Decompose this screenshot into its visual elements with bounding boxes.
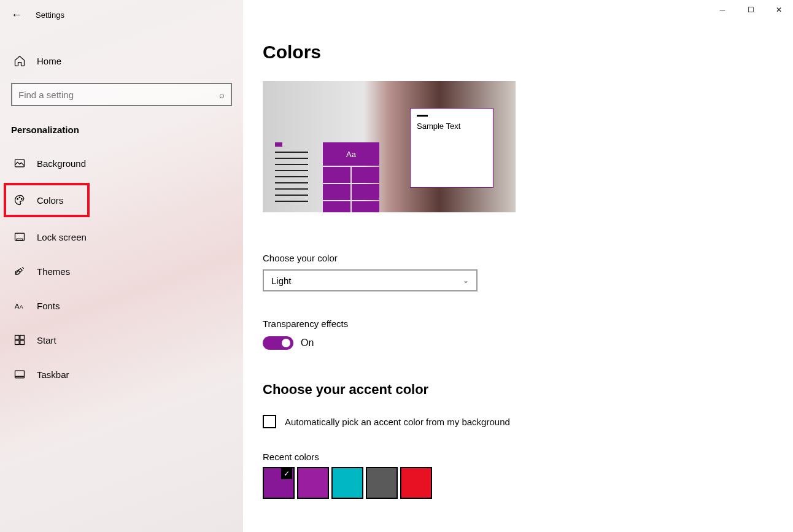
search-icon: ⌕ <box>219 90 225 100</box>
svg-point-2 <box>19 197 20 198</box>
main-content: ─ ☐ ✕ Colors Aa Sample Text Choose your … <box>243 0 793 532</box>
search-input-wrapper[interactable]: ⌕ <box>11 83 232 106</box>
svg-rect-5 <box>17 239 23 241</box>
themes-icon <box>14 265 26 277</box>
checkbox-box <box>263 415 276 428</box>
transparency-toggle[interactable] <box>263 336 293 350</box>
svg-point-1 <box>17 199 18 200</box>
preview-taskbar <box>263 212 516 223</box>
dropdown-value: Light <box>271 276 292 286</box>
color-swatch[interactable] <box>263 467 295 499</box>
start-icon <box>14 334 26 346</box>
sidebar-item-label: Lock screen <box>37 232 87 242</box>
window-controls: ─ ☐ ✕ <box>708 0 793 20</box>
sidebar-item-label: Themes <box>37 266 70 277</box>
transparency-label: Transparency effects <box>263 318 793 329</box>
color-swatch[interactable] <box>400 467 432 499</box>
picture-icon <box>14 157 26 169</box>
toggle-state: On <box>301 337 314 349</box>
search-input[interactable] <box>18 90 219 100</box>
home-label: Home <box>37 56 61 66</box>
theme-preview: Aa Sample Text <box>263 81 516 223</box>
fonts-icon: AA <box>14 299 26 312</box>
sidebar-item-start[interactable]: Start <box>0 325 243 355</box>
choose-color-label: Choose your color <box>263 253 793 263</box>
home-icon <box>14 55 26 67</box>
minimize-button[interactable]: ─ <box>708 0 737 20</box>
sidebar-item-lockscreen[interactable]: Lock screen <box>0 222 243 252</box>
taskbar-icon <box>14 368 26 380</box>
close-button[interactable]: ✕ <box>765 0 793 20</box>
page-title: Colors <box>263 42 793 63</box>
sidebar-item-label: Background <box>37 158 86 169</box>
home-link[interactable]: Home <box>0 45 243 77</box>
svg-text:A: A <box>20 304 23 310</box>
svg-point-3 <box>21 199 23 200</box>
back-arrow-icon[interactable]: ← <box>11 9 22 21</box>
sidebar-item-label: Colors <box>37 195 63 206</box>
preview-menu-lines <box>275 142 308 207</box>
section-label: Personalization <box>0 106 243 144</box>
svg-rect-9 <box>20 336 25 340</box>
sidebar: ← Settings Home ⌕ Personalization Backgr… <box>0 0 243 532</box>
preview-tile-big: Aa <box>323 142 379 166</box>
lockscreen-icon <box>14 231 26 243</box>
sidebar-item-label: Taskbar <box>37 369 69 380</box>
svg-rect-10 <box>15 341 20 345</box>
sample-text: Sample Text <box>417 121 460 131</box>
svg-rect-8 <box>15 336 20 340</box>
maximize-button[interactable]: ☐ <box>737 0 765 20</box>
palette-icon <box>14 194 26 206</box>
svg-text:A: A <box>15 302 20 310</box>
sidebar-item-label: Fonts <box>37 301 60 311</box>
auto-pick-checkbox[interactable]: Automatically pick an accent color from … <box>263 415 793 428</box>
svg-rect-11 <box>20 341 25 345</box>
recent-colors-row <box>263 467 793 499</box>
preview-sample-window: Sample Text <box>410 108 493 188</box>
accent-section-title: Choose your accent color <box>263 382 793 398</box>
svg-rect-12 <box>15 371 25 378</box>
app-title: Settings <box>36 10 64 20</box>
sidebar-item-colors[interactable]: Colors <box>4 183 90 217</box>
sidebar-item-taskbar[interactable]: Taskbar <box>0 360 243 389</box>
color-swatch[interactable] <box>331 467 363 499</box>
sidebar-item-label: Start <box>37 335 56 345</box>
color-swatch[interactable] <box>297 467 329 499</box>
recent-colors-label: Recent colors <box>263 452 793 462</box>
preview-tiles: Aa <box>323 142 379 217</box>
sidebar-item-fonts[interactable]: AA Fonts <box>0 291 243 320</box>
chevron-down-icon: ⌄ <box>463 276 469 285</box>
sidebar-item-themes[interactable]: Themes <box>0 256 243 286</box>
auto-pick-label: Automatically pick an accent color from … <box>285 417 510 427</box>
choose-color-dropdown[interactable]: Light ⌄ <box>263 269 478 291</box>
titlebar: ← Settings <box>0 7 243 21</box>
color-swatch[interactable] <box>366 467 398 499</box>
sidebar-item-background[interactable]: Background <box>0 148 243 178</box>
